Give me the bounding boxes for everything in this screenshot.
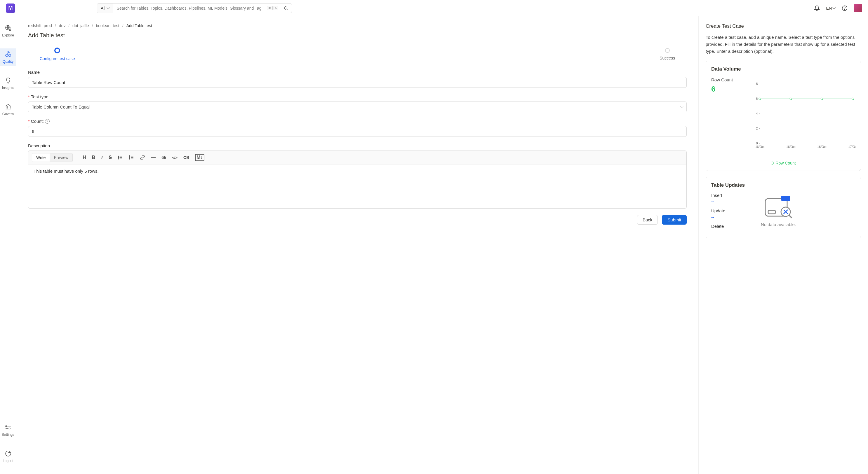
svg-point-19 [118,158,119,159]
svg-point-44 [852,98,854,100]
test-type-label: *Test type [28,94,687,99]
link-icon[interactable] [140,155,145,160]
update-value: -- [711,214,752,219]
strike-icon[interactable]: S [109,155,112,160]
settings-icon [5,424,12,431]
table-updates-title: Table Updates [711,182,856,188]
search-shortcut: ⌘ K [265,6,280,10]
breadcrumb-link[interactable]: dbt_jaffle [72,23,89,28]
row-count-value: 6 [711,84,746,94]
insert-label: Insert [711,193,752,198]
svg-text:17/Oct: 17/Oct [848,145,856,148]
svg-point-42 [790,98,792,100]
codeblock-icon[interactable]: CB [183,155,189,160]
test-type-select[interactable]: Table Column Count To Equal [28,102,687,112]
update-label: Update [711,208,752,213]
sidebar-item-logout[interactable]: Logout [0,448,16,465]
svg-point-7 [8,54,11,57]
description-label: Description [28,143,687,148]
sidebar-item-explore[interactable]: Explore [0,22,16,40]
app-logo[interactable]: M [6,3,15,13]
svg-text:16/Oct: 16/Oct [755,145,764,148]
quote-icon[interactable]: 66 [161,155,166,160]
svg-point-0 [284,6,287,9]
step-connector [76,51,658,51]
avatar[interactable] [854,4,862,12]
svg-text:6: 6 [756,97,758,100]
help-icon[interactable] [842,5,847,11]
globe-icon [5,25,12,32]
tab-preview[interactable]: Preview [50,154,72,162]
hr-icon[interactable]: — [151,155,156,160]
step-success: Success [659,48,675,60]
row-count-label: Row Count [711,77,746,83]
breadcrumb-link[interactable]: boolean_test [96,23,119,28]
svg-point-13 [5,451,11,456]
code-icon[interactable]: </> [172,156,178,160]
svg-text:16/Oct: 16/Oct [817,145,826,148]
submit-button[interactable]: Submit [662,215,687,225]
ul-icon[interactable] [118,155,123,160]
svg-point-41 [759,98,761,100]
ol-icon[interactable]: 123 [129,155,134,160]
svg-line-51 [789,215,792,218]
breadcrumb-link[interactable]: dev [59,23,66,28]
chevron-down-icon [680,105,683,108]
search-input[interactable] [113,3,265,13]
search-icon[interactable] [280,6,292,10]
search-scope-label: All [101,6,105,10]
step-circle-pending-icon [665,48,670,53]
breadcrumb-link[interactable]: redshift_prod [28,23,52,28]
svg-rect-47 [768,210,775,214]
sidebar-item-insights[interactable]: Insights [0,75,16,92]
sidebar-item-quality[interactable]: Quality [0,48,16,66]
svg-point-3 [844,9,845,9]
search-scope-select[interactable]: All [97,3,113,13]
bulb-icon [5,77,12,84]
markdown-icon[interactable]: M↓ [195,154,204,161]
tab-write[interactable]: Write [32,154,50,162]
sidebar-item-govern[interactable]: Govern [0,101,16,118]
logout-icon [5,450,12,457]
row-count-chart: 0246816/Oct16/Oct16/Oct17/Oct [752,77,856,158]
back-button[interactable]: Back [637,215,658,225]
bold-icon[interactable]: B [92,155,95,160]
description-textarea[interactable]: This table must have only 6 rows. [28,165,686,208]
page-title: Add Table test [28,32,687,39]
svg-line-1 [287,9,287,10]
count-input[interactable] [28,126,687,137]
svg-rect-46 [781,196,790,201]
data-volume-title: Data Volume [711,66,856,72]
notifications-icon[interactable] [814,5,820,11]
no-data-icon [761,193,796,222]
chevron-down-icon [832,6,836,9]
name-input[interactable] [28,77,687,88]
count-label: *Count: ? [28,119,687,124]
svg-text:16/Oct: 16/Oct [786,145,795,148]
svg-text:0: 0 [756,141,758,145]
step-circle-active-icon [54,47,60,54]
svg-text:3: 3 [129,158,130,160]
svg-text:8: 8 [756,82,758,86]
step-configure[interactable]: Configure test case [40,47,75,61]
svg-point-17 [118,156,119,156]
italic-icon[interactable]: I [101,155,103,160]
chevron-down-icon [106,6,110,9]
svg-point-18 [118,157,119,158]
heading-icon[interactable]: H [83,155,86,160]
svg-text:2: 2 [756,127,758,130]
insert-value: -- [711,199,752,204]
svg-point-11 [9,428,10,429]
breadcrumb: redshift_prod/ dev/ dbt_jaffle/ boolean_… [28,23,687,28]
language-select[interactable]: EN [826,6,835,10]
svg-point-9 [5,426,7,427]
breadcrumb-current: Add Table test [126,23,152,28]
help-icon[interactable]: ? [45,119,50,124]
sidebar-item-settings[interactable]: Settings [0,421,16,439]
chart-legend: Row Count [711,161,856,165]
legend-marker-icon [771,162,774,165]
govern-icon [5,103,12,110]
name-label: Name [28,70,687,75]
right-panel-description: To create a test case, add a unique name… [706,34,861,55]
svg-text:4: 4 [756,112,758,115]
